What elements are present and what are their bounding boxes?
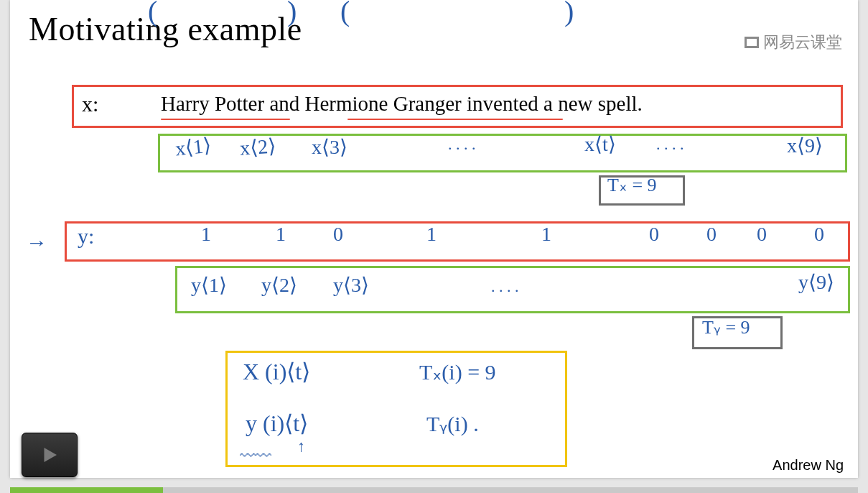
notation-yit: y (i)⟨t⟩: [246, 410, 308, 437]
tx-text: Tₓ = 9: [607, 174, 657, 196]
play-button[interactable]: [22, 433, 78, 477]
squiggle: 〰〰: [240, 447, 271, 466]
y-v1: 1: [201, 223, 211, 246]
slide: Motivating example 网易云课堂 x: Harry Potter…: [10, 0, 858, 478]
x9: x⟨9⟩: [787, 134, 823, 157]
y9: y⟨9⟩: [798, 270, 834, 294]
y-v3: 0: [333, 223, 343, 246]
x1: x⟨1⟩: [174, 133, 212, 160]
y-row-box: [65, 221, 850, 262]
play-icon: [39, 444, 60, 466]
slide-title: Motivating example: [29, 10, 302, 48]
paren-close-2: ): [564, 0, 574, 28]
y-v6: 0: [649, 223, 659, 246]
underline-1: [161, 119, 290, 120]
y1: y⟨1⟩: [191, 273, 227, 297]
x-label: x:: [82, 92, 98, 116]
paren-open-1: (: [148, 0, 157, 28]
arrow-icon: →: [26, 230, 47, 254]
progress-bar[interactable]: [10, 487, 858, 493]
progress-fill: [10, 487, 163, 493]
y-v4: 1: [426, 223, 437, 246]
paren-open-2: (: [340, 0, 350, 28]
watermark: 网易云课堂: [745, 32, 842, 53]
y-v9: 0: [814, 223, 824, 246]
notation-xit: X (i)⟨t⟩: [243, 358, 310, 385]
author-credit: Andrew Ng: [773, 457, 844, 474]
x-dots1: · · · ·: [448, 139, 476, 158]
xt: x⟨t⟩: [584, 132, 616, 156]
notation-tyi: Tᵧ(i) .: [426, 411, 479, 436]
y-v7: 0: [706, 223, 717, 246]
underline-2: [347, 119, 563, 120]
x3: x⟨3⟩: [312, 135, 347, 159]
uparrow-icon: ↑: [297, 437, 305, 456]
y-dots: · · · ·: [491, 282, 519, 300]
notation-txi: Tₓ(i) = 9: [419, 359, 496, 384]
watermark-text: 网易云课堂: [763, 32, 842, 53]
y3: y⟨3⟩: [333, 273, 369, 297]
y-v5: 1: [541, 223, 551, 246]
x-dots2: · · · ·: [656, 139, 684, 158]
book-icon: [745, 37, 759, 48]
y2: y⟨2⟩: [261, 273, 297, 297]
y-v8: 0: [757, 223, 767, 246]
y-v2: 1: [276, 223, 286, 246]
y-label: y:: [78, 224, 94, 249]
x2: x⟨2⟩: [239, 134, 276, 160]
sentence-text: Harry Potter and Hermione Granger invent…: [161, 92, 643, 116]
paren-close-1: ): [287, 0, 297, 28]
ty-text: Tᵧ = 9: [702, 316, 750, 338]
